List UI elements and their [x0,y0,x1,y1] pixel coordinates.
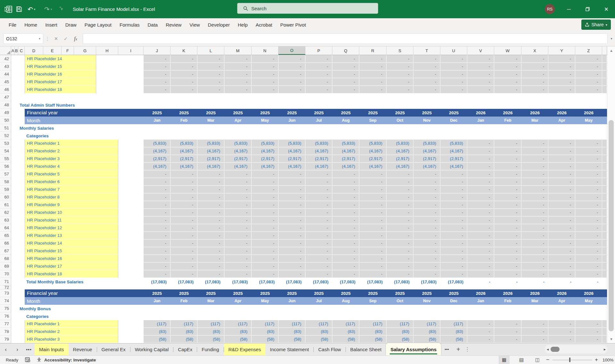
grid-cell-V58[interactable]: - [467,178,494,186]
grid-cell-Y44[interactable]: - [548,70,575,78]
grid-cell-U54[interactable]: (4,167) [440,147,467,155]
grid-cell-N79[interactable]: (58) [252,336,278,343]
grid-cell-M70[interactable]: - [224,270,252,278]
grid-cell-P55[interactable]: (2,917) [305,155,332,163]
grid-cell-Y70[interactable]: - [548,270,575,278]
grid-cell-K56[interactable]: (4,167) [170,163,197,170]
grid-cell-P67[interactable]: - [305,247,332,255]
grid-cell-T68[interactable]: - [413,255,440,263]
column-header-J[interactable]: J [144,46,170,55]
grid-cell-filler-55[interactable] [602,155,607,163]
grid-cell-W58[interactable]: - [494,178,521,186]
row-header-54[interactable]: 54 [0,147,11,155]
grid-cell-M59[interactable]: - [224,186,252,193]
grid-cell-L46[interactable]: - [197,86,224,93]
grid-cell-W65[interactable]: - [494,232,521,239]
zoom-in-button[interactable]: + [594,356,599,364]
grid-cell-Q64[interactable]: - [332,224,359,232]
grid-cell-W64[interactable]: - [494,224,521,232]
grid-cell-P59[interactable]: - [305,186,332,193]
placeholder-cell-row-70[interactable]: HR Placeholder 18 [25,270,118,278]
placeholder-cell-row-69[interactable]: HR Placeholder 17 [25,263,118,270]
grid-cell-J78[interactable]: (83) [144,328,170,336]
grid-cell-Q55[interactable]: (2,917) [332,155,359,163]
row-header-51[interactable]: 51 [0,124,11,132]
grid-cell-R60[interactable]: - [359,193,386,201]
grid-cell-P65[interactable]: - [305,232,332,239]
grid-cell-M78[interactable]: (83) [224,328,252,336]
grid-cell-X43[interactable]: - [521,63,548,70]
grid-cell-N57[interactable]: - [252,170,278,178]
grid-cell-S79[interactable]: (58) [386,336,413,343]
name-box[interactable]: O132 ▾ [3,33,43,44]
grid-cell-O53[interactable]: (5,833) [278,140,305,147]
grid-cell-J61[interactable]: - [144,201,170,209]
grid-cell-Y46[interactable]: - [548,86,575,93]
excel-app-icon[interactable]: X [4,0,12,18]
placeholder-cell-row-68[interactable]: HR Placeholder 16 [25,255,118,263]
grid-cell-filler-62[interactable] [602,209,607,216]
grid-cell-W56[interactable]: - [494,163,521,170]
grid-cell-S61[interactable]: - [386,201,413,209]
grid-cell-T44[interactable]: - [413,70,440,78]
grid-cell-L61[interactable]: - [197,201,224,209]
grid-cell-J67[interactable]: - [144,247,170,255]
grid-cell-Z70[interactable]: - [575,270,602,278]
close-button[interactable]: × [599,0,614,18]
grid-cell-X53[interactable]: - [521,140,548,147]
column-header-T[interactable]: T [413,46,440,55]
grid-cell-L60[interactable]: - [197,193,224,201]
grid-cell-X63[interactable]: - [521,216,548,224]
grid-cell-L64[interactable]: - [197,224,224,232]
grid-cell-Y43[interactable]: - [548,63,575,70]
grid-cell-K70[interactable]: - [170,270,197,278]
grid-cell-N64[interactable]: - [252,224,278,232]
grid-cell-J64[interactable]: - [144,224,170,232]
grid-cell-K66[interactable]: - [170,239,197,247]
grid-cell-R61[interactable]: - [359,201,386,209]
grid-cell-O56[interactable]: (4,167) [278,163,305,170]
grid-cell-Q60[interactable]: - [332,193,359,201]
grid-cell-O66[interactable]: - [278,239,305,247]
total-cell-J71[interactable]: (17,083) [144,278,170,286]
grid-cell-W44[interactable]: - [494,70,521,78]
grid-cell-Y77[interactable]: - [548,320,575,328]
grid-cell-S46[interactable]: - [386,86,413,93]
grid-cell-N56[interactable]: (4,167) [252,163,278,170]
grid-cell-V54[interactable]: - [467,147,494,155]
grid-cell-K69[interactable]: - [170,263,197,270]
grid-cell-Z46[interactable]: - [575,86,602,93]
grid-cell-X65[interactable]: - [521,232,548,239]
macro-record-button[interactable] [25,356,30,364]
grid-cell-J60[interactable]: - [144,193,170,201]
grid-cell-O54[interactable]: (4,167) [278,147,305,155]
grid-cell-L45[interactable]: - [197,78,224,86]
grid-cell-U55[interactable]: (2,917) [440,155,467,163]
row-header-61[interactable]: 61 [0,201,11,209]
grid-cell-T58[interactable]: - [413,178,440,186]
grid-cell-O58[interactable]: - [278,178,305,186]
grid-cell-Q58[interactable]: - [332,178,359,186]
month-band-50[interactable]: MonthJanFebMarAprMayJunJulAugSepOctNovDe… [25,117,607,124]
grid-cell-X68[interactable]: - [521,255,548,263]
grid-cell-N68[interactable]: - [252,255,278,263]
placeholder-cell-row-46[interactable]: HR Placeholder 18 [25,86,96,93]
grid-cell-J55[interactable]: (2,917) [144,155,170,163]
grid-cell-R57[interactable]: - [359,170,386,178]
row-header-79[interactable]: 79 [0,336,11,343]
grid-cell-P56[interactable]: (4,167) [305,163,332,170]
grid-cell-J70[interactable]: - [144,270,170,278]
grid-cell-Q67[interactable]: - [332,247,359,255]
total-cell-K71[interactable]: (17,083) [170,278,197,286]
grid-cell-Y69[interactable]: - [548,263,575,270]
grid-cell-S63[interactable]: - [386,216,413,224]
grid-cell-K64[interactable]: - [170,224,197,232]
grid-cell-L58[interactable]: - [197,178,224,186]
namebox-dropdown-chevron[interactable]: ▾ [39,37,40,40]
total-cell-Q71[interactable]: (17,083) [332,278,359,286]
formula-input[interactable] [83,33,608,44]
sheet-tab-r-d-expenses[interactable]: R&D Expenses [224,344,266,355]
grid-cell-Y58[interactable]: - [548,178,575,186]
grid-cell-M66[interactable]: - [224,239,252,247]
grid-cell-filler-58[interactable] [602,178,607,186]
